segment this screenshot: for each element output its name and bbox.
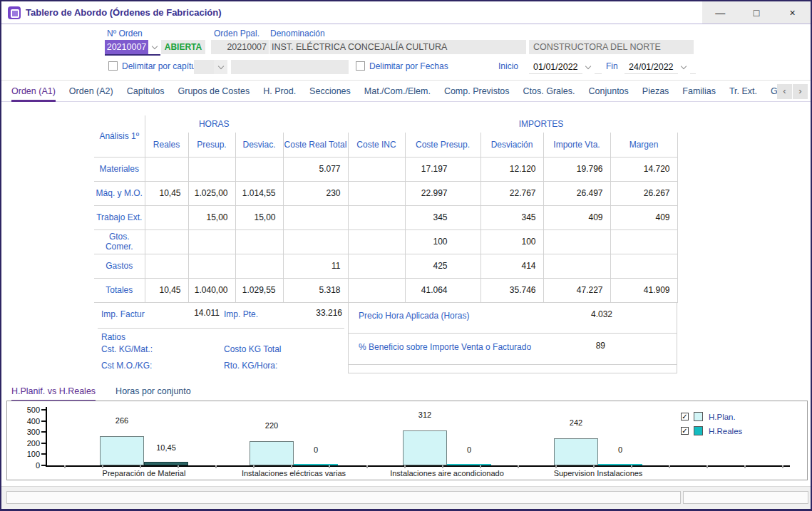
x-tick-mark [366,465,368,468]
cst-kg-mat-label: Cst. KG/Mat.: [101,344,153,354]
cell-materiales-presup [188,157,235,181]
legend-checkbox-h-plan[interactable]: ✓ [681,413,689,420]
column-header-margen: Margen [610,133,677,157]
row-label: Totales [94,278,145,302]
maximize-button[interactable]: □ [739,1,775,24]
cell-gastos-desviac [235,254,283,278]
x-tick-mark [404,465,406,468]
delimit-chapter-checkbox[interactable] [108,61,118,71]
cell-gastos-coste-real-total: 11 [283,254,348,278]
cell-gastos-reales [145,254,188,278]
cell-trabajo-ext-coste-inc [348,205,405,229]
delimit-chapter-label: Delimitar por capítulo [122,61,202,71]
window-controls: — □ × [702,1,811,24]
beneficio-row: % Beneficio sobre Importe Venta o Factur… [349,334,677,365]
inicio-label: Inicio [498,61,518,71]
order-combo-chevron-icon[interactable] [148,40,160,54]
real-value-label: 10,45 [144,443,188,452]
plan-bar-instalaciones-aire-acondicionado [403,430,447,465]
cell-totales-desviaci-n: 35.746 [480,278,543,302]
plan-value-label: 242 [554,418,598,427]
x-tick-mark [480,465,481,468]
cell-totales-importe-vta: 47.227 [543,278,610,302]
real-bar-instalaciones-aire-acondicionado [447,464,491,465]
tab-comp-previstos[interactable]: Comp. Previstos [444,81,510,102]
x-tick-mark [706,465,708,468]
order-number-combo[interactable]: 20210007 [105,40,160,56]
end-date-chevron-icon[interactable] [678,60,690,74]
cell-gastos-desviaci-n: 414 [480,254,543,278]
x-tick-mark [178,465,179,468]
cell-m-q-y-m-o-coste-real-total: 230 [283,181,348,205]
tabs-scroll-next-icon[interactable]: › [793,84,808,99]
cell-totales-margen: 41.909 [610,278,677,302]
beneficio-value: 89 [548,341,605,351]
tab-orden-a1[interactable]: Orden (A1) [11,81,56,102]
y-tick-label: 100 [19,450,40,458]
x-tick-mark [744,465,746,468]
client-field: CONSTRUCTORA DEL NORTE [529,40,694,54]
row-label: Gtos. Comer. [94,229,145,254]
cell-m-q-y-m-o-coste-presup: 22.997 [405,181,480,205]
start-date-chevron-icon[interactable] [582,60,595,74]
real-value-label: 0 [598,445,642,454]
minimize-button[interactable]: — [702,1,739,24]
cell-materiales-importe-vta: 19.796 [543,157,610,181]
legend-checkbox-h-reales[interactable]: ✓ [681,427,689,435]
tab-familias[interactable]: Familias [682,81,716,102]
order-number-value[interactable]: 20210007 [105,40,148,54]
kpi-panel: Precio Hora Aplicada (Horas) 4.032 % Ben… [348,302,677,373]
rto-kg-hora-label: Rto. KG/Hora: [224,361,277,371]
cell-m-q-y-m-o-reales: 10,45 [145,181,188,205]
table-row-gastos: Gastos11425414 [94,254,677,278]
tab-piezas[interactable]: Piezas [642,81,669,102]
group-header-spacer [283,115,405,133]
end-date-field[interactable]: 24/01/2022 [625,60,696,74]
real-value-label: 0 [447,445,491,454]
x-tick-mark [140,465,141,468]
start-date-value[interactable]: 01/01/2022 [529,60,582,73]
table-row-m-q-y-m-o: Máq. y M.O.10,451.025,001.014,5523022.99… [94,181,677,205]
app-window: Tablero de Abordo (Órdenes de Fabricació… [0,0,812,511]
cell-gtos-comer-coste-real-total [283,229,348,254]
table-row-trabajo-ext: Trabajo Ext.15,0015,00345345409409 [94,205,677,229]
chart-tab-h-planif-vs-h-reales[interactable]: H.Planif. vs H.Reales [11,381,96,402]
x-tick-mark [631,465,632,468]
tab-cap-tulos[interactable]: Capítulos [127,81,165,102]
end-date-value[interactable]: 24/01/2022 [625,60,678,73]
tabs-scroll-prev-icon[interactable]: ‹ [777,84,792,99]
cell-gastos-coste-presup: 425 [405,254,480,278]
tab-ctos-grales[interactable]: Ctos. Grales. [523,81,575,102]
analysis-header: Análisis 1º [94,115,145,157]
tab-mat-com-elem[interactable]: Mat./Com./Elem. [364,81,431,102]
tab-orden-a2[interactable]: Orden (A2) [69,81,113,102]
close-button[interactable]: × [774,1,811,24]
delimit-dates-label: Delimitar por Fechas [369,61,448,71]
cell-gastos-presup [188,254,235,278]
start-date-field[interactable]: 01/01/2022 [529,60,602,74]
costo-kg-total-label: Costo KG Total [224,344,281,354]
cell-totales-reales: 10,45 [145,278,188,302]
y-tick-label: 300 [19,428,40,436]
tab-conjuntos[interactable]: Conjuntos [589,81,629,102]
main-tab-bar: Orden (A1)Orden (A2)CapítulosGrupos de C… [1,81,811,102]
y-tick-mark [41,465,46,466]
column-header-importe-vta: Importe Vta. [543,133,610,157]
cell-trabajo-ext-coste-presup: 345 [405,205,480,229]
delimit-dates-checkbox[interactable] [356,61,365,71]
cell-gastos-coste-inc [348,254,405,278]
column-header-reales: Reales [145,133,188,157]
y-tick-mark [41,453,46,455]
real-bar-supervision-instalaciones [598,464,642,465]
chapter-combo-chevron-icon[interactable] [214,60,227,74]
chart-tab-horas-por-conjunto[interactable]: Horas por conjunto [115,381,191,402]
row-label: Gastos [94,254,145,278]
tab-h-prod[interactable]: H. Prod. [263,81,296,102]
status-message-field [6,491,681,504]
cell-gtos-comer-presup [188,229,235,254]
tab-tr-ext[interactable]: Tr. Ext. [729,81,757,102]
tab-secciones[interactable]: Secciones [309,81,351,102]
tab-grupos-de-costes[interactable]: Grupos de Costes [178,81,250,102]
cell-m-q-y-m-o-desviac: 1.014,55 [235,181,283,205]
legend-label-h-reales: H.Reales [709,427,742,435]
